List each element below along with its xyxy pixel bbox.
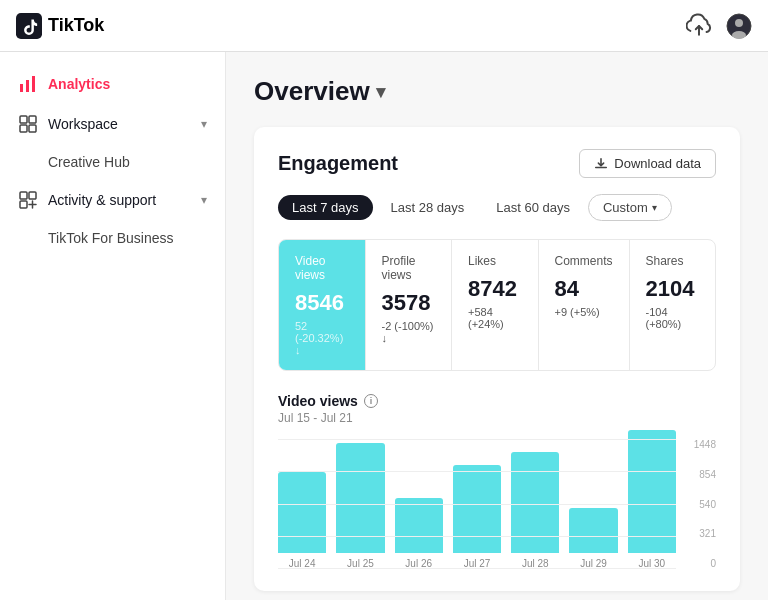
- svg-rect-8: [29, 116, 36, 123]
- tab-last-28-days[interactable]: Last 28 days: [377, 195, 479, 220]
- tab-last-60-days[interactable]: Last 60 days: [482, 195, 584, 220]
- chart-info-icon[interactable]: i: [364, 394, 378, 408]
- engagement-card: Engagement Download data Last 7 days Las…: [254, 127, 740, 591]
- activity-icon: [18, 190, 38, 210]
- svg-rect-4: [20, 84, 23, 92]
- grid-icon: [18, 114, 38, 134]
- bar-group: Jul 27: [453, 465, 501, 569]
- sidebar-item-workspace[interactable]: Workspace ▾: [0, 104, 225, 144]
- custom-chevron-icon: ▾: [652, 202, 657, 213]
- bar-label: Jul 26: [405, 558, 432, 569]
- page-title-caret[interactable]: ▾: [376, 81, 385, 103]
- stat-likes[interactable]: Likes 8742 +584 (+24%): [452, 240, 539, 370]
- svg-rect-11: [20, 192, 27, 199]
- stat-video-views-change: 52(-20.32%) ↓: [295, 320, 349, 356]
- stat-profile-views[interactable]: Profile views 3578 -2 (-100%) ↓: [366, 240, 453, 370]
- stat-profile-views-value: 3578: [382, 290, 436, 316]
- svg-rect-5: [26, 80, 29, 92]
- bar: [569, 508, 617, 554]
- upload-cloud-icon[interactable]: [686, 13, 712, 39]
- bar-label: Jul 25: [347, 558, 374, 569]
- sidebar-item-activity[interactable]: Activity & support ▾: [0, 180, 225, 220]
- sidebar-item-analytics-label: Analytics: [48, 76, 110, 92]
- engagement-title: Engagement: [278, 152, 398, 175]
- date-tabs: Last 7 days Last 28 days Last 60 days Cu…: [278, 194, 716, 221]
- stat-comments-label: Comments: [555, 254, 613, 268]
- sidebar-item-analytics[interactable]: Analytics: [0, 64, 225, 104]
- stat-shares[interactable]: Shares 2104 -104 (+80%): [630, 240, 716, 370]
- stat-comments-value: 84: [555, 276, 613, 302]
- download-button[interactable]: Download data: [579, 149, 716, 178]
- stat-video-views-value: 8546: [295, 290, 349, 316]
- stat-comments-change: +9 (+5%): [555, 306, 613, 318]
- bar-group: Jul 24: [278, 472, 326, 569]
- stat-likes-change: +584 (+24%): [468, 306, 522, 330]
- layout: Analytics Workspace ▾ Creative Hub: [0, 52, 768, 600]
- svg-point-2: [735, 19, 743, 27]
- sidebar-item-workspace-label: Workspace: [48, 116, 118, 132]
- svg-rect-7: [20, 116, 27, 123]
- workspace-chevron-icon: ▾: [201, 117, 207, 131]
- topnav-right: [686, 13, 752, 39]
- sidebar-item-creative-hub[interactable]: Creative Hub: [0, 144, 225, 180]
- y-axis-label: 854: [694, 469, 716, 480]
- download-label: Download data: [614, 156, 701, 171]
- stat-profile-views-label: Profile views: [382, 254, 436, 282]
- chart-icon: [18, 74, 38, 94]
- y-axis-label: 0: [694, 558, 716, 569]
- chart-title-text: Video views: [278, 393, 358, 409]
- chart-title: Video views i: [278, 393, 716, 409]
- bar: [453, 465, 501, 553]
- stat-shares-change: -104 (+80%): [646, 306, 700, 330]
- chart-area: Jul 24Jul 25Jul 26Jul 27Jul 28Jul 29Jul …: [278, 439, 716, 569]
- bar: [336, 443, 384, 554]
- sidebar-item-tiktok-business[interactable]: TikTok For Business: [0, 220, 225, 256]
- bar: [395, 498, 443, 553]
- sidebar-item-creative-hub-label: Creative Hub: [48, 154, 130, 170]
- download-icon: [594, 157, 608, 171]
- stat-shares-value: 2104: [646, 276, 700, 302]
- bar-group: Jul 26: [395, 498, 443, 569]
- bar: [511, 452, 559, 553]
- tab-last-7-days[interactable]: Last 7 days: [278, 195, 373, 220]
- stat-likes-value: 8742: [468, 276, 522, 302]
- bar-group: Jul 30: [628, 430, 676, 570]
- stat-video-views-label: Video views: [295, 254, 349, 282]
- tab-last-7-days-label: Last 7 days: [292, 200, 359, 215]
- svg-rect-12: [29, 192, 36, 199]
- logo-text: TikTok: [48, 15, 104, 36]
- chart-date-range: Jul 15 - Jul 21: [278, 411, 716, 425]
- page-title-text: Overview: [254, 76, 370, 107]
- card-header: Engagement Download data: [278, 149, 716, 178]
- page-title: Overview ▾: [254, 76, 740, 107]
- y-axis-label: 540: [694, 499, 716, 510]
- tab-last-60-days-label: Last 60 days: [496, 200, 570, 215]
- svg-rect-9: [20, 125, 27, 132]
- stat-profile-views-change: -2 (-100%) ↓: [382, 320, 436, 344]
- stat-comments[interactable]: Comments 84 +9 (+5%): [539, 240, 630, 370]
- chart-bars-container: Jul 24Jul 25Jul 26Jul 27Jul 28Jul 29Jul …: [278, 439, 716, 569]
- tiktok-logo-icon: [16, 13, 42, 39]
- activity-chevron-icon: ▾: [201, 193, 207, 207]
- bar-group: Jul 28: [511, 452, 559, 569]
- bar: [278, 472, 326, 553]
- stat-shares-label: Shares: [646, 254, 700, 268]
- svg-rect-6: [32, 76, 35, 92]
- stat-likes-label: Likes: [468, 254, 522, 268]
- y-axis-label: 321: [694, 528, 716, 539]
- bar: [628, 430, 676, 554]
- stats-row: Video views 8546 52(-20.32%) ↓ Profile v…: [278, 239, 716, 371]
- sidebar-item-activity-label: Activity & support: [48, 192, 156, 208]
- avatar-icon[interactable]: [726, 13, 752, 39]
- tab-custom[interactable]: Custom ▾: [588, 194, 672, 221]
- bar-label: Jul 24: [289, 558, 316, 569]
- bar-label: Jul 30: [638, 558, 665, 569]
- svg-point-3: [732, 31, 746, 39]
- bar-group: Jul 25: [336, 443, 384, 570]
- chart-y-labels: 14488545403210: [694, 439, 716, 569]
- svg-rect-10: [29, 125, 36, 132]
- bar-group: Jul 29: [569, 508, 617, 570]
- stat-video-views[interactable]: Video views 8546 52(-20.32%) ↓: [279, 240, 366, 370]
- bar-label: Jul 27: [464, 558, 491, 569]
- logo[interactable]: TikTok: [16, 13, 104, 39]
